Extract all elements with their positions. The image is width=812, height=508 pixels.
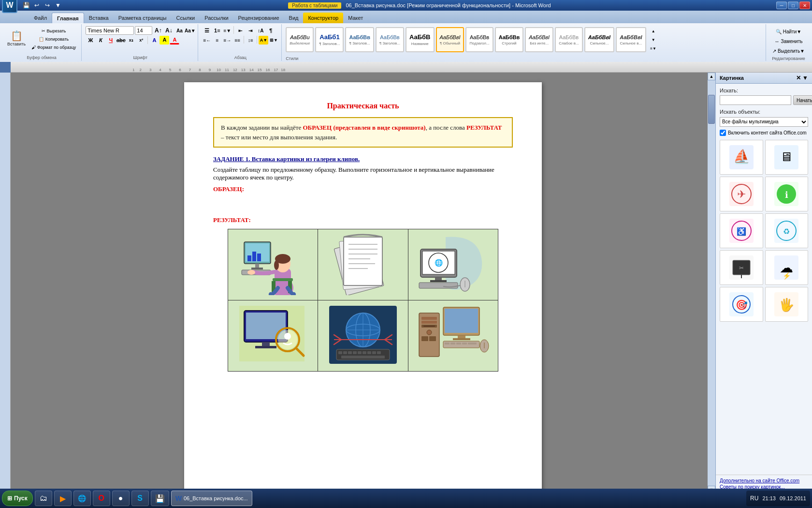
style-heading3[interactable]: АаБбВв ¶ Заголов...: [376, 27, 404, 52]
style-heading2[interactable]: АаБбВв ¶ Заголов...: [345, 27, 374, 52]
show-marks-button[interactable]: ¶: [266, 26, 276, 35]
clipart-item-8[interactable]: ☁ ⚡: [765, 250, 809, 285]
tab-review[interactable]: Рецензирование: [233, 13, 284, 23]
shrink-font-button[interactable]: A↓: [164, 26, 174, 35]
search-button[interactable]: Начать: [793, 95, 812, 105]
clipart-item-10[interactable]: 🖐: [765, 287, 809, 322]
taskbar-app-skype[interactable]: S: [131, 491, 149, 506]
style-heading1[interactable]: АаБб1 ¶ Заголов...: [315, 27, 344, 52]
grow-font-button[interactable]: A↑: [153, 26, 163, 35]
borders-button[interactable]: ⊞▼: [269, 36, 278, 45]
change-case-button[interactable]: Aa▼: [185, 26, 195, 35]
sort-button[interactable]: ↕A: [256, 26, 265, 35]
style-no-interval[interactable]: АаБбВвI Без инте...: [525, 27, 553, 52]
tab-view[interactable]: Вид: [284, 13, 304, 23]
scroll-thumb[interactable]: [708, 95, 715, 124]
objects-select[interactable]: Все файлы мультимедиа: [720, 117, 808, 127]
decrease-indent-button[interactable]: ⇤: [235, 26, 245, 35]
taskbar-app-opera[interactable]: O: [93, 491, 110, 506]
styles-scroll-down[interactable]: ▼: [649, 35, 658, 44]
tab-home[interactable]: Главная: [52, 13, 84, 23]
style-normal[interactable]: АаБбВвI ¶ Обычный: [436, 27, 464, 52]
office-menu-button[interactable]: W: [2, 0, 17, 13]
styles-scroll-up[interactable]: ▲: [649, 27, 658, 35]
style-strong3[interactable]: АаБбВвI Сильное в...: [616, 27, 646, 52]
select-button[interactable]: ↗Выделить▼: [770, 46, 807, 55]
lang-indicator[interactable]: RU: [750, 495, 758, 502]
taskbar-app-2[interactable]: ▶: [54, 491, 72, 506]
minimize-button[interactable]: ─: [776, 1, 787, 9]
copy-button[interactable]: 📋 Копировать: [29, 35, 78, 43]
text-effects-button[interactable]: A: [149, 36, 159, 45]
taskbar-app-1[interactable]: 🗂: [35, 491, 52, 506]
tab-mailings[interactable]: Рассылки: [200, 13, 233, 23]
cut-button[interactable]: ✂ Вырезать: [29, 27, 78, 35]
clear-format-button[interactable]: Aa: [174, 26, 184, 35]
align-right-button[interactable]: ≡→: [222, 36, 232, 45]
clipart-item-2[interactable]: 🖥: [765, 140, 809, 175]
tab-file[interactable]: Файл: [29, 13, 52, 23]
save-button[interactable]: 💾: [21, 1, 31, 10]
style-strong[interactable]: АаБбВв Строгий: [495, 27, 524, 52]
change-styles-button[interactable]: ≡▼: [649, 44, 658, 53]
tab-constructor[interactable]: Конструктор: [303, 13, 343, 23]
paste-button[interactable]: 📋 Вставить: [5, 25, 28, 52]
tab-references[interactable]: Ссылки: [171, 13, 200, 23]
font-color-button[interactable]: A: [170, 36, 179, 45]
scroll-up-button[interactable]: ▲: [708, 73, 715, 80]
tab-maket[interactable]: Макет: [343, 13, 368, 23]
bullets-button[interactable]: ☰: [202, 26, 212, 35]
find-button[interactable]: 🔍Найти▼: [770, 27, 807, 36]
clipart-item-3[interactable]: ✈: [720, 177, 763, 211]
tab-insert[interactable]: Вставка: [84, 13, 114, 23]
search-input[interactable]: [720, 95, 791, 105]
bold-button[interactable]: Ж: [86, 36, 95, 45]
redo-button[interactable]: ↪: [43, 1, 52, 10]
underline-button[interactable]: Ч: [106, 36, 116, 45]
taskbar-app-save[interactable]: 💾: [151, 491, 169, 506]
numbering-button[interactable]: 1≡: [212, 26, 222, 35]
style-subtitle[interactable]: АаБбВв Подзагол...: [465, 27, 493, 52]
style-weak[interactable]: АаБбВв Слабое в...: [555, 27, 583, 52]
clipart-item-5[interactable]: ♿: [720, 213, 763, 248]
style-normal-italic[interactable]: АаБбВи Выделение: [286, 27, 314, 52]
align-center-button[interactable]: ≡: [212, 36, 222, 45]
tab-layout[interactable]: Разметка страницы: [114, 13, 172, 23]
clipart-item-6[interactable]: ♻: [765, 213, 809, 248]
line-spacing-button[interactable]: ↕≡: [246, 36, 255, 45]
taskbar-app-chrome[interactable]: ●: [112, 491, 130, 506]
highlight-button[interactable]: A: [160, 36, 169, 45]
doc-scrollbar[interactable]: ▲ ▼: [708, 73, 715, 493]
start-button[interactable]: ⊞ Пуск: [2, 491, 33, 506]
office-link[interactable]: Дополнительно на сайте Office.com: [720, 478, 808, 483]
italic-button[interactable]: К: [96, 36, 105, 45]
multilevel-button[interactable]: ≡▼: [222, 26, 232, 35]
subscript-button[interactable]: x₂: [126, 36, 136, 45]
taskbar-app-3[interactable]: 🌐: [73, 491, 91, 506]
clipart-item-4[interactable]: ℹ: [765, 177, 809, 211]
replace-button[interactable]: ↔Заменить: [770, 37, 807, 45]
close-button[interactable]: ✕: [799, 1, 810, 9]
justify-button[interactable]: ≡≡: [232, 36, 242, 45]
style-strong2[interactable]: АаБбВвI Сильное...: [584, 27, 614, 52]
scroll-track[interactable]: [708, 80, 715, 486]
superscript-button[interactable]: x²: [136, 36, 146, 45]
clipart-panel-close[interactable]: ✕ ▼: [796, 75, 808, 81]
strikethrough-button[interactable]: abe: [116, 36, 126, 45]
clipart-item-7[interactable]: ✂: [720, 250, 763, 285]
undo-button[interactable]: ↩: [32, 1, 42, 10]
office-checkbox[interactable]: [720, 130, 726, 136]
document-area[interactable]: Практическая часть В каждом задании вы н…: [11, 73, 715, 493]
font-name-box[interactable]: Times New R: [86, 26, 134, 35]
style-title[interactable]: АаБбВ Название: [406, 27, 435, 52]
clipart-item-1[interactable]: ⛵: [720, 140, 763, 175]
format-painter-button[interactable]: 🖌 Формат по образцу: [29, 44, 78, 51]
align-left-button[interactable]: ≡←: [202, 36, 212, 45]
qat-more-button[interactable]: ▼: [53, 1, 63, 10]
shading-button[interactable]: A▼: [259, 36, 268, 45]
increase-indent-button[interactable]: ⇥: [246, 26, 255, 35]
clipart-item-9[interactable]: 🎯: [720, 287, 763, 322]
taskbar-word[interactable]: W 06_Вставка рисунка.doc...: [171, 491, 252, 506]
font-size-box[interactable]: 14: [135, 26, 152, 35]
restore-button[interactable]: □: [788, 1, 798, 9]
